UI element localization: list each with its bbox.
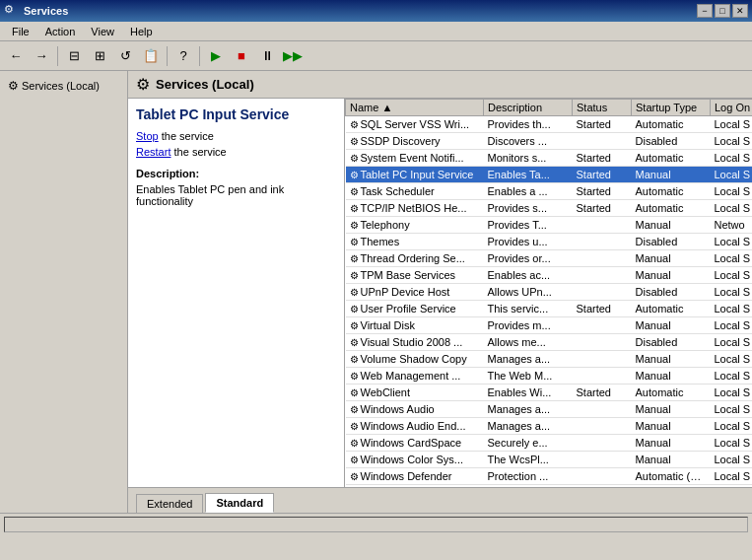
cell-name: ⚙WebClient	[346, 385, 484, 401]
table-header-row: Name ▲ Description Status Startup Type L…	[346, 100, 753, 116]
cell-name: ⚙SSDP Discovery	[346, 133, 484, 150]
tab-extended[interactable]: Extended	[136, 494, 203, 513]
cell-status	[573, 468, 632, 485]
table-row[interactable]: ⚙Tablet PC Input ServiceEnables Ta...Sta…	[346, 167, 753, 183]
cell-startup: Automatic	[632, 301, 711, 317]
cell-name: ⚙Themes	[346, 234, 484, 250]
action-pane-button[interactable]: ⊞	[88, 44, 111, 68]
tree-item-services-local[interactable]: ⚙ Services (Local)	[6, 77, 121, 95]
cell-desc: Manages a...	[484, 351, 573, 368]
pause-button[interactable]: ⏸	[255, 44, 279, 68]
row-icon: ⚙	[350, 119, 359, 130]
table-row[interactable]: ⚙SQL Server VSS Wri...Provides th...Star…	[346, 116, 753, 133]
col-header-startup[interactable]: Startup Type	[632, 100, 711, 116]
cell-startup: Automatic	[632, 385, 711, 401]
description-label: Description:	[136, 168, 336, 179]
row-icon: ⚙	[350, 404, 359, 415]
cell-name: ⚙System Event Notifi...	[346, 150, 484, 167]
row-icon: ⚙	[350, 337, 359, 348]
cell-startup: Automatic	[632, 116, 711, 133]
maximize-button[interactable]: □	[715, 4, 730, 18]
cell-desc: Provides s...	[484, 200, 573, 217]
start-button[interactable]: ▶	[204, 44, 228, 68]
cell-startup: Manual	[632, 250, 711, 267]
close-button[interactable]: ✕	[732, 4, 748, 18]
cell-status	[573, 418, 632, 435]
tree-item-label: Services (Local)	[22, 80, 100, 92]
refresh-button[interactable]: ↺	[113, 44, 137, 68]
console-tree-button[interactable]: ⊟	[62, 44, 86, 68]
cell-logon: Local S	[711, 183, 753, 200]
table-row[interactable]: ⚙TPM Base ServicesEnables ac...ManualLoc…	[346, 267, 753, 284]
table-row[interactable]: ⚙User Profile ServiceThis servic...Start…	[346, 301, 753, 317]
table-row[interactable]: ⚙ThemesProvides u...DisabledLocal S	[346, 234, 753, 250]
cell-status	[573, 250, 632, 267]
table-row[interactable]: ⚙Task SchedulerEnables a ...StartedAutom…	[346, 183, 753, 200]
table-row[interactable]: ⚙TelephonyProvides T...ManualNetwo	[346, 217, 753, 234]
cell-startup: Manual	[632, 418, 711, 435]
row-icon: ⚙	[350, 203, 359, 214]
table-row[interactable]: ⚙Volume Shadow CopyManages a...ManualLoc…	[346, 351, 753, 368]
cell-name: ⚙Windows Defender	[346, 468, 484, 485]
toolbar-separator-3	[199, 46, 200, 66]
description-text: Enables Tablet PC pen and ink functional…	[136, 183, 336, 207]
restart-service-link[interactable]: Restart	[136, 146, 171, 158]
cell-status: Started	[573, 183, 632, 200]
cell-logon: Local S	[711, 167, 753, 183]
status-panel	[4, 517, 748, 532]
back-button[interactable]: ←	[4, 44, 28, 68]
bottom-tabs: Extended Standard	[128, 487, 752, 513]
stop-button[interactable]: ■	[230, 44, 253, 68]
minimize-button[interactable]: −	[697, 4, 713, 18]
table-row[interactable]: ⚙Visual Studio 2008 ...Allows me...Disab…	[346, 334, 753, 351]
col-header-logon[interactable]: Log On	[711, 100, 753, 116]
cell-logon: Local S	[711, 317, 753, 334]
table-row[interactable]: ⚙WebClientEnables Wi...StartedAutomaticL…	[346, 385, 753, 401]
table-row[interactable]: ⚙Windows CardSpaceSecurely e...ManualLoc…	[346, 435, 753, 452]
row-icon: ⚙	[350, 304, 359, 315]
row-icon: ⚙	[350, 186, 359, 197]
cell-name: ⚙TPM Base Services	[346, 267, 484, 284]
service-info-title: Tablet PC Input Service	[136, 106, 336, 122]
cell-startup: Manual	[632, 452, 711, 468]
col-header-name[interactable]: Name ▲	[346, 100, 484, 116]
table-row[interactable]: ⚙System Event Notifi...Monitors s...Star…	[346, 150, 753, 167]
menu-action[interactable]: Action	[37, 24, 84, 39]
content-header-icon: ⚙	[136, 75, 150, 94]
cell-logon: Netwo	[711, 217, 753, 234]
cell-desc: Enables Wi...	[484, 385, 573, 401]
help-button[interactable]: ?	[171, 44, 195, 68]
forward-button[interactable]: →	[30, 44, 53, 68]
stop-service-link[interactable]: Stop	[136, 130, 159, 142]
cell-logon: Local S	[711, 267, 753, 284]
table-row[interactable]: ⚙Windows Audio End...Manages a...ManualL…	[346, 418, 753, 435]
col-header-desc[interactable]: Description	[484, 100, 573, 116]
table-row[interactable]: ⚙Virtual DiskProvides m...ManualLocal S	[346, 317, 753, 334]
tab-standard[interactable]: Standard	[205, 493, 274, 513]
cell-logon: Local S	[711, 418, 753, 435]
table-row[interactable]: ⚙Web Management ...The Web M...ManualLoc…	[346, 368, 753, 385]
table-row[interactable]: ⚙Windows Color Sys...The WcsPl...ManualL…	[346, 452, 753, 468]
tree-view: ⚙ Services (Local)	[4, 75, 123, 97]
table-row[interactable]: ⚙UPnP Device HostAllows UPn...DisabledLo…	[346, 284, 753, 301]
cell-logon: Local S	[711, 234, 753, 250]
table-row[interactable]: ⚙TCP/IP NetBIOS He...Provides s...Starte…	[346, 200, 753, 217]
table-row[interactable]: ⚙SSDP DiscoveryDiscovers ...DisabledLoca…	[346, 133, 753, 150]
cell-logon: Local S	[711, 385, 753, 401]
cell-desc: Provides u...	[484, 234, 573, 250]
table-row[interactable]: ⚙Thread Ordering Se...Provides or...Manu…	[346, 250, 753, 267]
col-header-status[interactable]: Status	[573, 100, 632, 116]
menu-view[interactable]: View	[83, 24, 122, 39]
toolbar-separator-2	[167, 46, 168, 66]
resume-button[interactable]: ▶▶	[281, 44, 305, 68]
cell-startup: Manual	[632, 167, 711, 183]
export-button[interactable]: 📋	[139, 44, 163, 68]
table-row[interactable]: ⚙Windows DefenderProtection ...Automatic…	[346, 468, 753, 485]
cell-startup: Disabled	[632, 284, 711, 301]
table-row[interactable]: ⚙Windows AudioManages a...ManualLocal S	[346, 401, 753, 418]
toolbar: ← → ⊟ ⊞ ↺ 📋 ? ▶ ■ ⏸ ▶▶	[0, 41, 752, 71]
cell-startup: Automatic (D...	[632, 468, 711, 485]
main-area: ⚙ Services (Local) ⚙ Services (Local) Ta…	[0, 71, 752, 513]
menu-file[interactable]: File	[4, 24, 37, 39]
menu-help[interactable]: Help	[122, 24, 161, 39]
